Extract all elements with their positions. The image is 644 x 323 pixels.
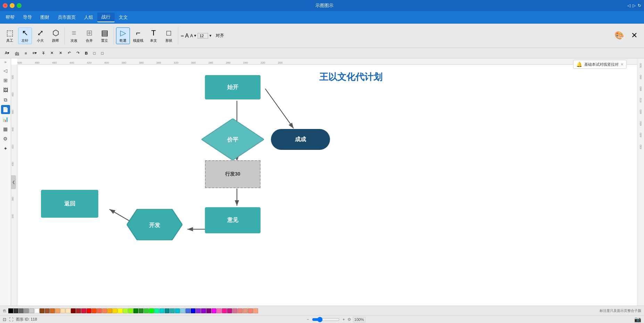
color-swatch[interactable] — [118, 308, 123, 313]
max-btn[interactable] — [17, 3, 22, 8]
collapse-panel-arrow[interactable]: ❮ — [11, 175, 16, 189]
tool-resize[interactable]: ⤢ 小大 — [33, 28, 47, 44]
color-swatch[interactable] — [206, 308, 211, 313]
color-swatch[interactable] — [92, 308, 97, 313]
color-swatch[interactable] — [149, 308, 154, 313]
status-fullscreen-btn[interactable]: ⛶ — [9, 317, 13, 322]
color-swatch[interactable] — [217, 308, 222, 313]
menu-item-0[interactable]: 帮帮 — [1, 13, 19, 22]
color-swatch[interactable] — [29, 308, 34, 313]
color-swatch[interactable] — [34, 308, 39, 313]
diagram[interactable]: 王以文化代计划 始开 价平 成成 行发30 — [17, 65, 637, 306]
color-swatch[interactable] — [248, 308, 253, 313]
status-zoom-icon[interactable]: ⊙ — [348, 317, 351, 322]
tool-arrow[interactable]: ▷ 乾選 — [116, 27, 130, 44]
status-zoom-out[interactable]: － — [306, 317, 310, 322]
color-swatch[interactable] — [243, 308, 248, 313]
font-size-dropdown[interactable]: ▾ — [209, 33, 212, 38]
color-swatch[interactable] — [128, 308, 133, 313]
color-swatch[interactable] — [238, 308, 242, 313]
color-swatch[interactable] — [222, 308, 227, 313]
sidebar-extra[interactable]: ✦ — [1, 144, 10, 153]
color-swatch[interactable] — [185, 308, 190, 313]
shape-decision[interactable]: 价平 — [201, 119, 264, 160]
color-swatch[interactable] — [102, 308, 107, 313]
collapse-sidebar[interactable]: » — [4, 60, 6, 64]
status-fitpage-btn[interactable]: ⊡ — [3, 317, 6, 322]
color-swatch[interactable] — [113, 308, 117, 313]
color-swatch[interactable] — [24, 308, 29, 313]
sidebar-settings[interactable]: ⚙ — [1, 134, 10, 143]
color-swatch[interactable] — [14, 308, 18, 313]
color-swatch[interactable] — [107, 308, 112, 313]
close-btn[interactable] — [3, 3, 8, 8]
color-swatch[interactable] — [191, 308, 196, 313]
color-swatch[interactable] — [76, 308, 81, 313]
t2-bold[interactable]: B — [83, 50, 90, 56]
sidebar-page[interactable]: 📄 — [1, 105, 10, 114]
color-swatch[interactable] — [50, 308, 55, 313]
color-swatch[interactable] — [227, 308, 232, 313]
tool-shapes[interactable]: ⬚ 具工 — [3, 28, 17, 44]
canvas-area[interactable]: 🔔 基础本试对线竖拉对 × 500 480 460 440 420 400 38… — [11, 58, 637, 306]
color-swatch[interactable] — [180, 308, 185, 313]
color-swatch[interactable] — [159, 308, 164, 313]
tool-merge[interactable]: ⊞ 合并 — [82, 28, 96, 44]
sidebar-table[interactable]: ▦ — [1, 124, 10, 134]
tool-shape[interactable]: □ 形状 — [162, 28, 176, 44]
t2-strike[interactable]: T — [40, 50, 47, 56]
color-swatch[interactable] — [81, 308, 86, 313]
color-swatch[interactable] — [8, 308, 13, 313]
tool-connector[interactable]: ⌐ 线提线 — [131, 28, 145, 44]
color-swatch[interactable] — [133, 308, 138, 313]
color-swatch[interactable] — [170, 308, 175, 313]
menu-item-3[interactable]: 员市面页 — [53, 13, 80, 22]
color-swatch[interactable] — [175, 308, 180, 313]
color-swatch[interactable] — [232, 308, 237, 313]
font-dropdown[interactable]: ▾ — [194, 33, 196, 38]
t2-rotate-r[interactable]: ↷ — [74, 50, 82, 56]
style-tool[interactable]: 🎨 — [612, 30, 626, 41]
t2-x1[interactable]: ✕ — [48, 50, 56, 56]
color-swatch[interactable] — [19, 308, 24, 313]
sidebar-layers[interactable]: ⧉ — [1, 95, 10, 104]
shape-process1[interactable]: 行发30 — [205, 160, 261, 188]
tool-select[interactable]: ↖ 左针 — [18, 27, 32, 44]
status-zoom-in[interactable]: ＋ — [342, 317, 346, 322]
color-swatch[interactable] — [60, 308, 65, 313]
t2-rotate-l[interactable]: ↶ — [66, 50, 73, 56]
color-swatch[interactable] — [196, 308, 201, 313]
color-swatch[interactable] — [139, 308, 143, 313]
tool-text[interactable]: T 本文 — [147, 28, 160, 44]
shape-result[interactable]: 意见 — [205, 207, 261, 233]
sidebar-arrow[interactable]: ◁ — [1, 66, 10, 75]
shape-hexagon[interactable]: 开发 — [127, 209, 182, 240]
shape-back[interactable]: 返回 — [41, 190, 98, 218]
tool-edit[interactable]: ⬡ 跌晖 — [49, 28, 63, 44]
notif-close[interactable]: × — [621, 62, 624, 67]
color-swatch[interactable] — [201, 308, 206, 313]
color-swatch[interactable] — [253, 308, 258, 313]
sidebar-chart[interactable]: 📊 — [1, 115, 10, 124]
zoom-slider[interactable] — [312, 317, 340, 322]
color-swatch[interactable] — [66, 308, 71, 313]
tool-format[interactable]: ≡ 次改 — [67, 28, 81, 44]
color-swatch[interactable] — [45, 308, 50, 313]
status-camera-btn[interactable]: 📷 — [634, 316, 641, 323]
forward-btn[interactable]: ▷ — [633, 3, 636, 8]
color-swatch[interactable] — [40, 308, 44, 313]
min-btn[interactable] — [10, 3, 15, 8]
color-swatch[interactable] — [123, 308, 128, 313]
color-swatch[interactable] — [55, 308, 60, 313]
color-swatch[interactable] — [154, 308, 159, 313]
font-a-large[interactable]: A — [185, 33, 189, 39]
shape-action1[interactable]: 成成 — [271, 129, 330, 150]
font-size-input[interactable]: 12 — [198, 33, 208, 39]
color-swatch[interactable] — [71, 308, 76, 313]
tool-layout[interactable]: ▤ 置立 — [98, 28, 112, 44]
t2-list[interactable]: ≡ — [23, 50, 29, 56]
back-btn[interactable]: ◁ — [627, 3, 630, 8]
t2-underline[interactable]: ds — [13, 50, 21, 56]
color-swatch[interactable] — [86, 308, 91, 313]
t2-font-color[interactable]: A▾ — [3, 50, 11, 56]
